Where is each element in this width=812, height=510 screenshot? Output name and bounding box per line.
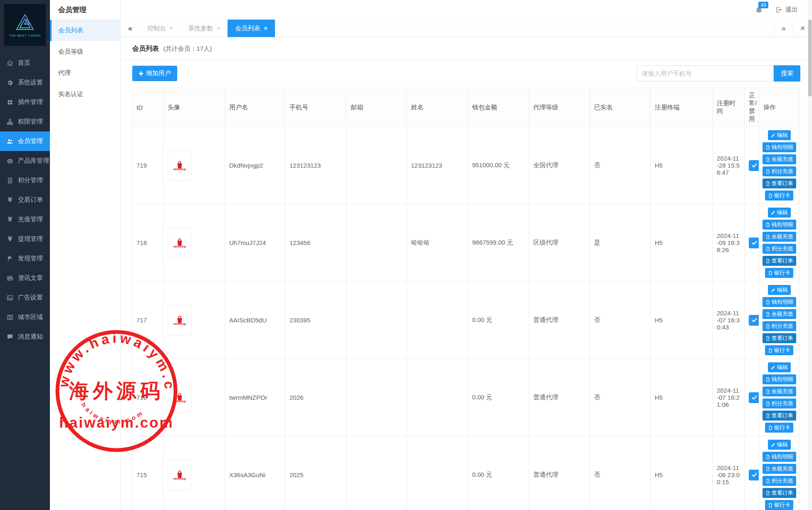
sidebar-item-城市区域[interactable]: 城市区域: [0, 307, 50, 327]
wallet-detail-button[interactable]: 钱包明细: [762, 374, 796, 384]
cell-agent-level: 普通代理: [529, 436, 590, 510]
status-checkbox[interactable]: [749, 392, 760, 403]
bank-card-button[interactable]: 银行卡: [765, 500, 793, 510]
view-orders-button[interactable]: 查看订单: [762, 411, 796, 421]
tabs-scroll-right-button[interactable]: »: [774, 20, 793, 37]
logout-button[interactable]: 退出: [775, 6, 798, 14]
sidebar-item-label: 提现管理: [18, 235, 43, 243]
status-checkbox[interactable]: [749, 238, 760, 248]
view-orders-button[interactable]: 查看订单: [762, 256, 796, 266]
cell-wallet: 0.00 元: [468, 282, 529, 359]
pencil-icon: [771, 133, 775, 138]
notification-bell-button[interactable]: 43: [755, 6, 763, 14]
sidebar-item-首页[interactable]: 首页: [0, 53, 50, 73]
edit-button[interactable]: 编辑: [768, 440, 791, 450]
points-recharge-button[interactable]: 积分充值: [762, 399, 796, 408]
column-header: 正常/禁用: [745, 88, 759, 127]
sidebar-item-提现管理[interactable]: ¥提现管理: [0, 229, 50, 249]
doc-icon: [765, 181, 770, 186]
bank-card-button[interactable]: 银行卡: [765, 268, 793, 278]
cell-username: AAIScBD5dU: [225, 282, 285, 359]
tab-控制台[interactable]: 控制台 ×: [140, 20, 181, 37]
cell-phone: 2025: [285, 436, 347, 510]
column-header: 注册时间: [713, 88, 745, 127]
scrollbar-thumb[interactable]: [808, 20, 812, 97]
balance-recharge-button[interactable]: 余额充值: [762, 232, 796, 242]
gear-icon: [6, 79, 14, 87]
search-input[interactable]: [636, 65, 774, 82]
sidebar-item-会员管理[interactable]: 会员管理: [0, 131, 50, 151]
column-header: 用户名: [225, 88, 285, 127]
edit-button[interactable]: 编辑: [768, 130, 791, 140]
edit-button[interactable]: 编辑: [768, 208, 791, 218]
bank-card-button[interactable]: 银行卡: [765, 423, 793, 433]
sidebar-item-label: 会员管理: [18, 137, 43, 145]
search-button[interactable]: 搜索: [774, 65, 800, 82]
points-recharge-button[interactable]: 积分充值: [762, 321, 796, 331]
points-recharge-button[interactable]: 积分充值: [762, 166, 796, 176]
tab-会员列表[interactable]: 会员列表 ×: [228, 20, 275, 37]
balance-recharge-button[interactable]: 余额充值: [762, 464, 796, 474]
vertical-scrollbar[interactable]: [808, 0, 812, 510]
users-icon: [6, 138, 14, 145]
status-checkbox[interactable]: [749, 315, 760, 326]
sidebar-item-充值管理[interactable]: ¥充值管理: [0, 210, 50, 229]
submenu-item-实名认证[interactable]: 实名认证: [50, 84, 120, 105]
wallet-detail-button[interactable]: 钱包明细: [762, 220, 796, 230]
tab-close-icon[interactable]: ×: [170, 25, 173, 32]
bank-card-button[interactable]: 银行卡: [765, 191, 793, 201]
balance-recharge-button[interactable]: 余额充值: [762, 309, 796, 319]
view-orders-button[interactable]: 查看订单: [762, 178, 796, 188]
column-header: 头像: [163, 88, 225, 127]
submenu-item-代理[interactable]: 代理: [50, 62, 120, 84]
edit-button[interactable]: 编辑: [768, 362, 791, 372]
doc-icon: [765, 259, 770, 263]
view-orders-button[interactable]: 查看订单: [762, 488, 796, 498]
tab-close-icon[interactable]: ×: [264, 25, 267, 32]
plugin-icon: [6, 99, 14, 106]
avatar-brand-text: wnshop: [173, 245, 186, 248]
cell-status: [745, 359, 759, 436]
submenu-item-会员等级[interactable]: 会员等级: [50, 41, 120, 62]
yen-icon: ¥: [6, 196, 14, 204]
column-header: 注册终端: [651, 88, 713, 127]
sidebar-item-消息通知[interactable]: 消息通知: [0, 327, 50, 347]
status-checkbox[interactable]: [749, 160, 760, 171]
cell-phone: 230395: [285, 282, 347, 359]
sidebar-item-积分管理[interactable]: 积分管理: [0, 171, 50, 190]
notification-badge: 43: [758, 2, 768, 8]
sidebar-item-label: 积分管理: [18, 176, 43, 184]
sidebar-item-发现管理[interactable]: 发现管理: [0, 249, 50, 268]
sidebar-item-系统设置[interactable]: 系统设置: [0, 73, 50, 92]
add-user-button[interactable]: ✚ 增加用户: [132, 66, 177, 81]
balance-recharge-button[interactable]: 余额充值: [762, 386, 796, 396]
cell-verified: 否: [590, 436, 651, 510]
points-recharge-button[interactable]: 积分充值: [762, 244, 796, 254]
sidebar-item-产品库管理[interactable]: 产品库管理: [0, 151, 50, 171]
wallet-detail-button[interactable]: 钱包明细: [762, 452, 796, 462]
avatar-brand-text: wnshop: [173, 167, 186, 171]
doc-icon: [765, 312, 770, 317]
balance-recharge-button[interactable]: 余额充值: [762, 154, 796, 164]
sidebar-item-交易订单[interactable]: ¥交易订单: [0, 190, 50, 210]
cell-agent-level: 普通代理: [529, 282, 590, 359]
wallet-detail-button[interactable]: 钱包明细: [762, 142, 796, 152]
edit-button[interactable]: 编辑: [768, 285, 791, 295]
tab-系统参数[interactable]: 系统参数 ×: [181, 20, 228, 37]
bank-card-button[interactable]: 银行卡: [765, 345, 793, 355]
sidebar-item-label: 权限管理: [18, 118, 43, 126]
status-checkbox[interactable]: [749, 470, 760, 480]
sidebar-item-广告设置[interactable]: 广告设置: [0, 288, 50, 307]
image-icon: [6, 294, 14, 302]
submenu-item-会员列表[interactable]: 会员列表: [50, 20, 120, 41]
points-recharge-button[interactable]: 积分充值: [762, 476, 796, 486]
cell-avatar: wnshop: [163, 359, 225, 436]
cell-verified: 否: [590, 282, 651, 359]
sidebar-item-插件管理[interactable]: 插件管理: [0, 92, 50, 112]
sidebar-item-资讯文章[interactable]: 资讯文章: [0, 268, 50, 288]
view-orders-button[interactable]: 查看订单: [762, 333, 796, 343]
wallet-detail-button[interactable]: 钱包明细: [762, 297, 796, 307]
tabs-scroll-left-button[interactable]: «: [121, 20, 140, 37]
tab-close-icon[interactable]: ×: [217, 25, 220, 32]
sidebar-item-权限管理[interactable]: 权限管理: [0, 112, 50, 131]
